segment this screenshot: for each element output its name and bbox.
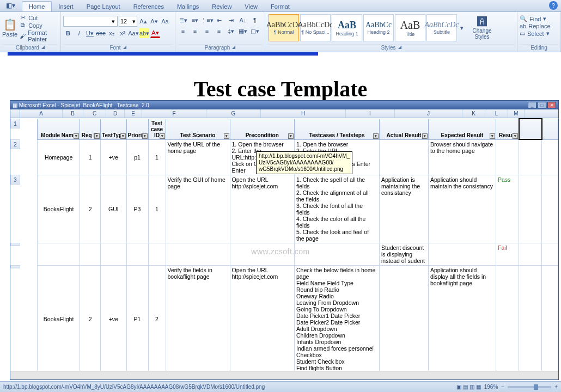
col-J[interactable]: J xyxy=(395,109,462,118)
show-marks-button[interactable]: ¶ xyxy=(249,15,260,25)
col-M[interactable]: M xyxy=(508,109,525,118)
col-D[interactable]: D xyxy=(106,109,125,118)
replace-button[interactable]: abReplace xyxy=(520,23,558,29)
change-case-button[interactable]: Aa▾ xyxy=(129,28,138,38)
bold-button[interactable]: B xyxy=(63,28,73,38)
excel-titlebar[interactable]: ▦ Microsoft Excel - Spicejet_BookAFlight… xyxy=(10,101,558,109)
font-launcher[interactable]: ◢ xyxy=(123,45,126,51)
table-row[interactable]: 3 BookaFlight 2 GUI P3 1 Verify the GUI … xyxy=(10,175,558,243)
font-color-button[interactable]: A▾ xyxy=(150,28,160,38)
style-heading2[interactable]: AaBbCcHeading 2 xyxy=(363,14,394,41)
view-icons[interactable]: ▣ ▤ ▥ ▦ xyxy=(456,384,480,390)
col-I[interactable]: I xyxy=(346,109,395,118)
filter-icon[interactable]: ▾ xyxy=(142,133,148,139)
maximize-button[interactable]: □ xyxy=(538,102,546,108)
tab-review[interactable]: Review xyxy=(205,2,238,11)
zoom-level[interactable]: 196% xyxy=(484,384,498,390)
col-G[interactable]: G xyxy=(206,109,261,118)
increase-indent-button[interactable]: ⇥ xyxy=(225,15,236,25)
grow-font-button[interactable]: A▴ xyxy=(138,16,148,26)
filter-icon[interactable]: ▾ xyxy=(422,133,428,139)
row-header[interactable]: 3 xyxy=(10,175,20,185)
row-1-header[interactable]: 1 xyxy=(10,119,20,128)
excel-hscrollbar[interactable] xyxy=(10,371,558,379)
col-H[interactable]: H xyxy=(261,109,346,118)
select-all-corner[interactable] xyxy=(10,109,20,118)
align-right-button[interactable]: ≡ xyxy=(202,26,212,36)
bullets-button[interactable]: ≣▾ xyxy=(178,15,188,25)
style-subtitle[interactable]: AaBbCcDcSubtitle xyxy=(426,14,457,41)
font-size-combo[interactable]: 12▾ xyxy=(119,16,137,27)
style-normal[interactable]: AaBbCcDc¶ Normal xyxy=(269,14,299,41)
format-painter-button[interactable]: 🖌Format Painter xyxy=(20,29,58,42)
strikethrough-button[interactable]: abc xyxy=(96,28,106,38)
tab-references[interactable]: References xyxy=(127,2,170,11)
clipboard-launcher[interactable]: ◢ xyxy=(41,45,45,51)
zoom-in-button[interactable]: + xyxy=(554,384,558,390)
row-header[interactable] xyxy=(10,243,20,246)
col-E[interactable]: E xyxy=(125,109,142,118)
clear-formatting-button[interactable]: Aa xyxy=(160,16,170,26)
minimize-button[interactable]: _ xyxy=(528,102,536,108)
select-button[interactable]: ▭Select ▾ xyxy=(520,30,558,37)
justify-button[interactable]: ≡ xyxy=(214,26,224,36)
align-center-button[interactable]: ≡ xyxy=(190,26,200,36)
subscript-button[interactable]: x₂ xyxy=(107,28,117,38)
change-styles-button[interactable]: 🅰 Change Styles xyxy=(469,16,495,40)
tab-mailings[interactable]: Mailings xyxy=(170,2,205,11)
help-icon[interactable]: ? xyxy=(549,1,558,10)
align-left-button[interactable]: ≡ xyxy=(178,26,188,36)
filter-icon[interactable]: ▾ xyxy=(74,133,79,139)
col-K[interactable]: K xyxy=(462,109,485,118)
table-row[interactable]: Student discount is displaying instead o… xyxy=(10,243,558,265)
table-row[interactable]: BookaFlight 2 +ve P1 2 Verify the fields… xyxy=(10,265,558,371)
style-gallery[interactable]: AaBbCcDc¶ Normal AaBbCcDc¶ No Spaci... A… xyxy=(267,13,515,42)
decrease-indent-button[interactable]: ⇤ xyxy=(214,15,224,25)
row-header[interactable]: 2 xyxy=(10,139,20,149)
paragraph-launcher[interactable]: ◢ xyxy=(232,45,235,51)
multilevel-button[interactable]: ⋮≡▾ xyxy=(202,15,212,25)
col-C[interactable]: C xyxy=(83,109,106,118)
shrink-font-button[interactable]: A▾ xyxy=(149,16,159,26)
filter-icon[interactable]: ▾ xyxy=(224,133,229,139)
zoom-slider[interactable] xyxy=(508,386,551,388)
tab-page-layout[interactable]: Page Layout xyxy=(80,2,127,11)
italic-button[interactable]: I xyxy=(74,28,84,38)
underline-button[interactable]: U▾ xyxy=(85,28,95,38)
shading-button[interactable]: ▦▾ xyxy=(237,26,248,36)
highlight-button[interactable]: ab▾ xyxy=(139,28,149,38)
zoom-out-button[interactable]: − xyxy=(501,384,504,390)
col-A[interactable]: A xyxy=(20,109,63,118)
tab-insert[interactable]: Insert xyxy=(52,2,80,11)
filter-icon[interactable]: ▾ xyxy=(490,133,495,139)
numbering-button[interactable]: ≡▾ xyxy=(190,15,200,25)
line-spacing-button[interactable]: ‡▾ xyxy=(225,26,236,36)
filter-icon[interactable]: ▾ xyxy=(513,133,518,139)
filter-icon[interactable]: ▾ xyxy=(120,133,126,139)
cut-button[interactable]: ✂Cut xyxy=(20,14,58,21)
filter-icon[interactable]: ▾ xyxy=(160,133,165,139)
col-B[interactable]: B xyxy=(63,109,83,118)
styles-more-button[interactable]: ▾ xyxy=(458,14,466,41)
paste-button[interactable]: 📋 Paste xyxy=(2,13,17,42)
col-L[interactable]: L xyxy=(485,109,508,118)
col-F[interactable]: F xyxy=(142,109,206,118)
borders-button[interactable]: ▢▾ xyxy=(249,26,260,36)
row-header[interactable] xyxy=(10,265,20,268)
style-title[interactable]: AaBTitle xyxy=(395,14,425,41)
style-no-spacing[interactable]: AaBbCcDc¶ No Spaci... xyxy=(300,14,331,41)
filter-icon[interactable]: ▾ xyxy=(94,133,100,139)
styles-launcher[interactable]: ◢ xyxy=(398,45,401,51)
filter-icon[interactable]: ▾ xyxy=(288,133,294,139)
sort-button[interactable]: A↓ xyxy=(237,15,248,25)
close-button[interactable]: ✕ xyxy=(547,102,556,108)
filter-icon[interactable]: ▾ xyxy=(373,133,379,139)
tab-home[interactable]: Home xyxy=(22,1,52,11)
column-headers[interactable]: A B C D E F G H I J K L M xyxy=(10,109,558,118)
superscript-button[interactable]: x² xyxy=(118,28,127,38)
font-name-combo[interactable]: ▾ xyxy=(63,16,118,27)
find-button[interactable]: 🔍Find ▾ xyxy=(520,15,558,22)
tab-view[interactable]: View xyxy=(238,2,264,11)
tab-format[interactable]: Format xyxy=(264,2,296,11)
style-heading1[interactable]: AaBHeading 1 xyxy=(332,14,362,41)
